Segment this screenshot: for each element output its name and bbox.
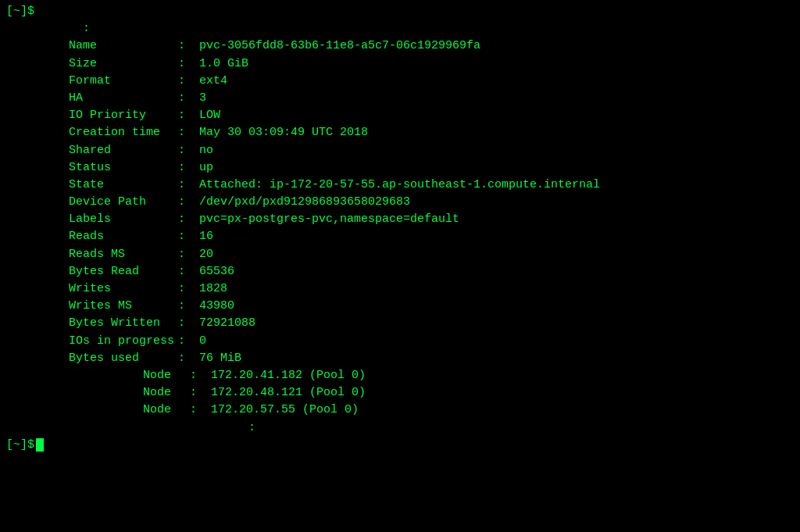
field-line: Reads: 16 (0, 228, 800, 245)
field-label: Creation time (69, 124, 178, 141)
node-line: Node: 172.20.41.182 (Pool 0) (0, 367, 800, 384)
bracket-open: [ (6, 3, 13, 20)
field-line: Reads MS: 20 (0, 246, 800, 263)
field-value: Attached: ip-172-20-57-55.ap-southeast-1… (199, 177, 600, 194)
field-label: Bytes used (69, 350, 178, 367)
field-value: ext4 (199, 73, 227, 90)
field-value: 20 (199, 246, 213, 263)
field-label: Name (69, 37, 178, 55)
node-label: Node (143, 384, 190, 402)
node-label: Node (143, 402, 190, 419)
field-line: Shared: no (0, 142, 800, 159)
field-label: Labels (69, 211, 178, 228)
field-value: pvc-3056fdd8-63b6-11e8-a5c7-06c1929969fa (199, 37, 480, 55)
field-line: HA: 3 (0, 90, 800, 107)
field-label: Writes (69, 280, 178, 298)
field-value: 1.0 GiB (199, 55, 248, 73)
field-line: Writes MS: 43980 (0, 298, 800, 315)
field-value: 16 (199, 228, 213, 245)
field-line: Status: up (0, 159, 800, 177)
field-line: IO Priority: LOW (0, 107, 800, 124)
field-label: Bytes Written (69, 315, 178, 332)
field-label: Device Path (69, 194, 178, 211)
node-value: 172.20.48.121 (Pool 0) (211, 384, 366, 402)
cursor (36, 438, 44, 452)
volume-line: : (0, 20, 800, 37)
terminal-window: [~]$ : Name: pvc-3056fdd8-63b6-11e8-a5c7… (0, 0, 800, 532)
field-line: Bytes used: 76 MiB (0, 350, 800, 367)
field-value: 0 (199, 333, 206, 350)
node-line: Node: 172.20.48.121 (Pool 0) (0, 384, 800, 402)
replication-status-label (69, 420, 248, 437)
field-label: Format (69, 73, 178, 90)
bottom-prompt-line: [~]$ (0, 437, 800, 454)
field-value: pvc=px-postgres-pvc,namespace=default (199, 211, 459, 228)
node-value: 172.20.41.182 (Pool 0) (211, 367, 366, 384)
field-line: Writes: 1828 (0, 280, 800, 298)
field-label: Status (69, 159, 178, 177)
command-line: [~]$ (0, 3, 800, 20)
field-label: Writes MS (69, 298, 178, 315)
field-label: IO Priority (69, 107, 178, 124)
field-line: IOs in progress: 0 (0, 333, 800, 350)
fields-container: Name: pvc-3056fdd8-63b6-11e8-a5c7-06c192… (0, 37, 800, 367)
field-label: Size (69, 55, 178, 73)
field-label: State (69, 177, 178, 194)
field-line: Name: pvc-3056fdd8-63b6-11e8-a5c7-06c192… (0, 37, 800, 55)
field-label: Shared (69, 142, 178, 159)
field-line: Bytes Read: 65536 (0, 263, 800, 280)
field-value: LOW (199, 107, 220, 124)
field-value: 65536 (199, 263, 234, 280)
node-line: Node: 172.20.57.55 (Pool 0) (0, 402, 800, 419)
field-line: Bytes Written: 72921088 (0, 315, 800, 332)
field-value: 76 MiB (199, 350, 241, 367)
field-value: up (199, 159, 213, 177)
field-line: State: Attached: ip-172-20-57-55.ap-sout… (0, 177, 800, 194)
node-label: Node (143, 367, 190, 384)
field-value: May 30 03:09:49 UTC 2018 (199, 124, 368, 141)
field-line: Format: ext4 (0, 73, 800, 90)
node-value: 172.20.57.55 (Pool 0) (211, 402, 359, 419)
field-value: 43980 (199, 298, 234, 315)
replication-status-line: : (0, 420, 800, 437)
field-line: Size: 1.0 GiB (0, 55, 800, 73)
field-line: Creation time: May 30 03:09:49 UTC 2018 (0, 124, 800, 141)
field-value: 1828 (199, 280, 227, 298)
field-label: HA (69, 90, 178, 107)
field-line: Labels: pvc=px-postgres-pvc,namespace=de… (0, 211, 800, 228)
field-label: Bytes Read (69, 263, 178, 280)
bracket-close: ] (20, 3, 27, 20)
field-value: no (199, 142, 213, 159)
field-value: 3 (199, 90, 206, 107)
volume-label (6, 20, 69, 37)
field-label: IOs in progress (69, 333, 178, 350)
field-label: Reads (69, 228, 178, 245)
nodes-container: Node: 172.20.41.182 (Pool 0)Node: 172.20… (0, 367, 800, 420)
field-value: /dev/pxd/pxd912986893658029683 (199, 194, 410, 211)
field-line: Device Path: /dev/pxd/pxd912986893658029… (0, 194, 800, 211)
field-value: 72921088 (199, 315, 255, 332)
field-label: Reads MS (69, 246, 178, 263)
